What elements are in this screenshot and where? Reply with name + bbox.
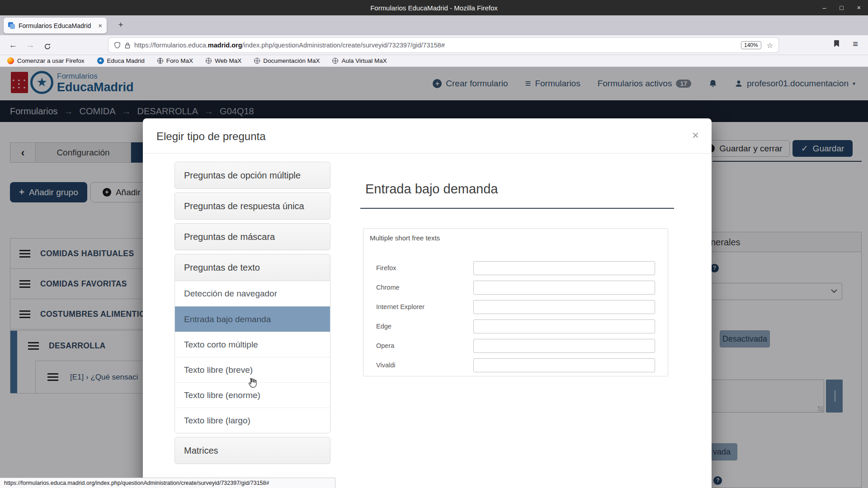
preview-row: Edge	[376, 319, 657, 333]
bookmark-star-icon[interactable]: ☆	[767, 41, 773, 50]
navigation-toolbar: ← → https://formularios.educa.madrid.org…	[0, 35, 868, 55]
category-mascara[interactable]: Preguntas de máscara	[175, 223, 330, 250]
window-titlebar: Formularios EducaMadrid - Mozilla Firefo…	[0, 0, 868, 15]
back-button[interactable]: ←	[6, 39, 20, 52]
tab-bar: Formularios EducaMadrid × +	[0, 15, 868, 35]
screen: Formularios EducaMadrid - Mozilla Firefo…	[0, 0, 868, 488]
bookmark-aula-virtual-max[interactable]: Aula Virtual MaX	[332, 57, 387, 64]
preview-input-opera[interactable]	[473, 339, 655, 353]
preview-divider	[360, 208, 674, 209]
preview-card: Multiple short free texts Firefox Chrome…	[363, 228, 668, 376]
bookmark-web-max[interactable]: Web MaX	[206, 57, 241, 64]
close-button[interactable]: ×	[857, 4, 861, 11]
category-matrices[interactable]: Matrices	[175, 437, 330, 464]
preview-row: Chrome	[376, 281, 657, 295]
preview-input-vivaldi[interactable]	[473, 358, 655, 372]
preview-input-edge[interactable]	[473, 319, 655, 333]
url-text: https://formularios.educa.madrid.org/ind…	[134, 42, 445, 49]
item-texto-libre-largo[interactable]: Texto libre (largo)	[175, 408, 330, 433]
preview-input-chrome[interactable]	[473, 281, 655, 295]
item-deteccion-navegador[interactable]: Detección de navegador	[175, 281, 330, 306]
question-type-list: Preguntas de opción múltiple Preguntas d…	[175, 162, 330, 468]
library-icon[interactable]	[833, 40, 840, 49]
bookmark-firefox[interactable]: Comenzar a usar Firefox	[7, 57, 85, 64]
globe-icon	[254, 58, 260, 64]
globe-icon	[206, 58, 212, 64]
modal-close-icon[interactable]: ×	[692, 128, 699, 142]
educamadrid-icon: ★	[97, 57, 104, 64]
browser-tab[interactable]: Formularios EducaMadrid ×	[4, 18, 107, 33]
modal-header: Elegir tipo de pregunta ×	[143, 118, 712, 154]
item-entrada-bajo-demanda[interactable]: Entrada bajo demanda	[175, 306, 330, 332]
category-respuesta-unica[interactable]: Preguntas de respuesta única	[175, 192, 330, 220]
firefox-icon	[7, 57, 14, 64]
globe-icon	[332, 58, 338, 64]
site-favicon-icon	[8, 22, 15, 29]
zoom-level-indicator[interactable]: 140%	[741, 41, 761, 49]
preview-input-firefox[interactable]	[473, 261, 655, 275]
preview-row: Internet Explorer	[376, 300, 657, 314]
browser-status-bar: https://formularios.educa.madrid.org/ind…	[0, 478, 335, 488]
reload-button[interactable]	[41, 39, 54, 52]
bookmark-documentacion-max[interactable]: Documentación MaX	[254, 57, 320, 64]
reload-icon	[44, 43, 51, 50]
preview-row: Vivaldi	[376, 358, 657, 372]
menu-icon[interactable]: ≡	[853, 39, 858, 49]
tab-close-icon[interactable]: ×	[98, 22, 102, 29]
bookmarks-bar: Comenzar a usar Firefox ★Educa Madrid Fo…	[0, 55, 868, 67]
bookmark-foro-max[interactable]: Foro MaX	[157, 57, 193, 64]
maximize-button[interactable]: □	[840, 4, 843, 11]
minimize-button[interactable]: –	[823, 4, 826, 11]
preview-input-internet-explorer[interactable]	[473, 300, 655, 314]
page-viewport: ★ ★ ★ ★ ★ ★ ★ ★ Formularios EducaMadrid …	[0, 67, 868, 488]
preview-heading: Entrada bajo demanda	[365, 182, 498, 197]
tracking-shield-icon	[114, 42, 121, 49]
question-type-modal: Elegir tipo de pregunta × Preguntas de o…	[143, 118, 712, 488]
preview-card-label: Multiple short free texts	[370, 234, 440, 242]
tab-title: Formularios EducaMadrid	[19, 22, 91, 29]
category-opcion-multiple[interactable]: Preguntas de opción múltiple	[175, 162, 330, 189]
preview-row: Opera	[376, 339, 657, 353]
window-controls: – □ ×	[823, 0, 861, 15]
item-texto-corto-multiple[interactable]: Texto corto múltiple	[175, 332, 330, 357]
forward-button: →	[24, 39, 37, 52]
modal-title: Elegir tipo de pregunta	[156, 130, 266, 143]
new-tab-button[interactable]: +	[114, 18, 127, 32]
url-bar[interactable]: https://formularios.educa.madrid.org/ind…	[108, 38, 778, 52]
bookmark-educa-madrid[interactable]: ★Educa Madrid	[97, 57, 145, 64]
globe-icon	[157, 58, 163, 64]
preview-row: Firefox	[376, 261, 657, 275]
mouse-cursor	[246, 377, 258, 391]
lock-icon	[125, 42, 130, 49]
category-texto[interactable]: Preguntas de texto	[175, 254, 330, 281]
text-question-sublist: Detección de navegador Entrada bajo dema…	[175, 281, 330, 433]
window-title: Formularios EducaMadrid - Mozilla Firefo…	[370, 4, 498, 12]
